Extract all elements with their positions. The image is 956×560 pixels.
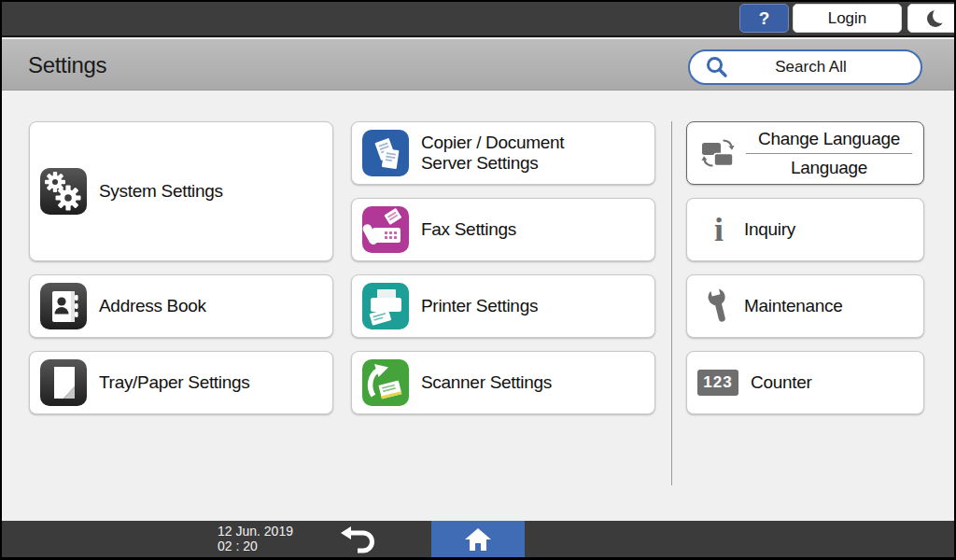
wrench-icon — [697, 286, 740, 327]
back-arrow-icon — [340, 525, 377, 553]
back-button[interactable] — [336, 524, 381, 554]
paper-icon — [40, 359, 87, 406]
printer-icon — [362, 283, 409, 329]
change-language-label-bottom: Language — [746, 154, 912, 178]
counter-123-icon: 123 — [697, 370, 738, 396]
card-label: Fax Settings — [421, 219, 516, 240]
card-label: Inquiry — [744, 219, 795, 240]
counter-button[interactable]: 123 Counter — [686, 351, 924, 414]
settings-screen: ? Login Settings Search All — [0, 0, 956, 560]
energy-saver-button[interactable] — [907, 4, 956, 33]
fax-icon — [362, 206, 409, 253]
date-time: 12 Jun. 2019 02 : 20 — [218, 524, 293, 553]
printer-settings-button[interactable]: Printer Settings — [351, 274, 655, 338]
inquiry-icon: i — [697, 213, 740, 246]
scanner-icon — [362, 359, 409, 406]
column-divider — [671, 121, 672, 485]
date-label: 12 Jun. 2019 — [218, 524, 293, 539]
card-label: Maintenance — [744, 296, 843, 316]
card-label: Printer Settings — [421, 296, 538, 316]
card-label: Counter — [751, 372, 812, 393]
help-button[interactable]: ? — [739, 4, 789, 33]
login-label: Login — [828, 9, 867, 28]
address-book-icon — [40, 283, 87, 329]
change-language-label: Change Language Language — [746, 129, 912, 178]
card-label: Scanner Settings — [421, 372, 552, 393]
page-title: Settings — [28, 52, 106, 78]
help-label: ? — [759, 8, 770, 29]
search-label: Search All — [729, 58, 921, 77]
address-book-button[interactable]: Address Book — [29, 274, 333, 338]
moon-icon — [924, 7, 949, 31]
card-label: Copier / Document Server Settings — [421, 133, 589, 174]
fax-settings-button[interactable]: Fax Settings — [351, 198, 655, 261]
home-icon — [463, 526, 493, 553]
maintenance-button[interactable]: Maintenance — [686, 274, 924, 338]
card-label: Tray/Paper Settings — [99, 372, 250, 393]
login-button[interactable]: Login — [793, 4, 902, 33]
gears-icon — [40, 168, 87, 215]
tray-paper-settings-button[interactable]: Tray/Paper Settings — [29, 351, 333, 414]
time-label: 02 : 20 — [218, 539, 293, 553]
change-language-icon — [697, 136, 740, 170]
card-label: Address Book — [99, 296, 206, 316]
copier-icon — [362, 130, 409, 176]
inquiry-button[interactable]: i Inquiry — [686, 198, 924, 261]
home-button[interactable] — [431, 521, 525, 557]
copier-document-server-settings-button[interactable]: Copier / Document Server Settings — [351, 121, 655, 185]
scanner-settings-button[interactable]: Scanner Settings — [351, 351, 655, 414]
change-language-button[interactable]: Change Language Language — [686, 121, 924, 185]
change-language-label-top: Change Language — [746, 129, 912, 153]
card-label: System Settings — [99, 181, 223, 202]
search-all-button[interactable]: Search All — [688, 49, 922, 85]
top-bar: ? Login — [0, 0, 956, 37]
bottom-bar: 12 Jun. 2019 02 : 20 — [0, 521, 956, 557]
system-settings-button[interactable]: System Settings — [29, 121, 333, 261]
search-icon — [705, 55, 729, 79]
header: Settings Search All — [0, 39, 956, 91]
